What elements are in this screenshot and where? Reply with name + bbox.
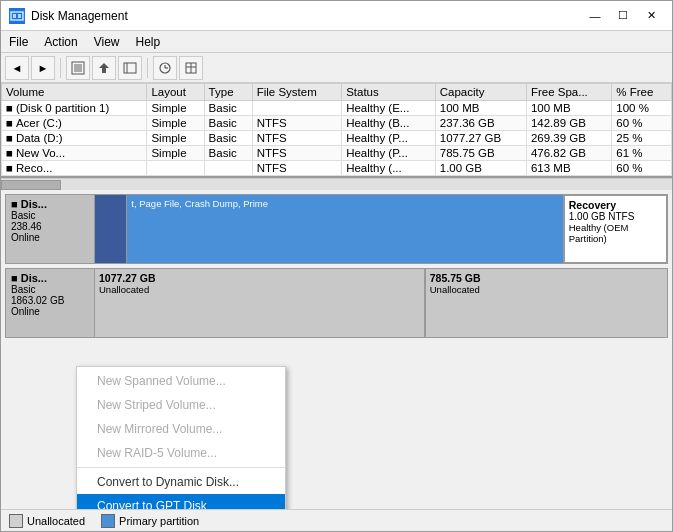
table-cell-1-5: 237.36 GB (435, 116, 526, 131)
svg-rect-2 (18, 14, 21, 18)
partition-0-1[interactable]: t, Page File, Crash Dump, Prime (127, 195, 563, 263)
table-cell-4-7: 60 % (612, 161, 672, 176)
table-cell-0-6: 100 MB (526, 101, 611, 116)
table-cell-1-6: 142.89 GB (526, 116, 611, 131)
partition-0-0[interactable] (95, 195, 127, 263)
disk-table-container: Volume Layout Type File System Status Ca… (1, 83, 672, 178)
legend-unallocated-box (9, 514, 23, 528)
toolbar-btn-1[interactable] (66, 56, 90, 80)
legend-primary-label: Primary partition (119, 515, 199, 527)
status-bar: Unallocated Primary partition (1, 509, 672, 531)
toolbar: ◄ ► (1, 53, 672, 83)
toolbar-btn-4[interactable] (153, 56, 177, 80)
toolbar-btn-3[interactable] (118, 56, 142, 80)
table-cell-2-2: Basic (204, 131, 252, 146)
context-menu: New Spanned Volume... New Striped Volume… (76, 366, 286, 509)
menu-action[interactable]: Action (36, 33, 85, 51)
table-cell-3-0: ■New Vo... (2, 146, 147, 161)
table-cell-4-1 (147, 161, 204, 176)
disk-row-0: ■ Dis... Basic 238.46 Online t, Page Fil… (5, 194, 668, 264)
table-cell-3-1: Simple (147, 146, 204, 161)
col-status: Status (342, 84, 436, 101)
col-percentfree: % Free (612, 84, 672, 101)
table-cell-0-1: Simple (147, 101, 204, 116)
table-cell-3-5: 785.75 GB (435, 146, 526, 161)
menu-bar: File Action View Help (1, 31, 672, 53)
table-cell-0-0: ■(Disk 0 partition 1) (2, 101, 147, 116)
toolbar-btn-5[interactable] (179, 56, 203, 80)
ctx-new-mirrored[interactable]: New Mirrored Volume... (77, 417, 285, 441)
table-cell-0-2: Basic (204, 101, 252, 116)
table-cell-4-6: 613 MB (526, 161, 611, 176)
ctx-new-raid5[interactable]: New RAID-5 Volume... (77, 441, 285, 465)
svg-rect-4 (74, 64, 82, 72)
table-cell-0-7: 100 % (612, 101, 672, 116)
table-cell-4-0: ■Reco... (2, 161, 147, 176)
table-row[interactable]: ■Acer (C:)SimpleBasicNTFSHealthy (B...23… (2, 116, 672, 131)
col-freespace: Free Spa... (526, 84, 611, 101)
table-cell-2-5: 1077.27 GB (435, 131, 526, 146)
col-capacity: Capacity (435, 84, 526, 101)
table-cell-3-2: Basic (204, 146, 252, 161)
table-scrollbar-thumb[interactable] (1, 180, 61, 190)
table-cell-2-7: 25 % (612, 131, 672, 146)
legend-primary: Primary partition (101, 514, 199, 528)
disk-size-1: 1863.02 GB (11, 295, 89, 306)
col-layout: Layout (147, 84, 204, 101)
maximize-button[interactable]: ☐ (610, 6, 636, 26)
minimize-button[interactable]: — (582, 6, 608, 26)
title-bar-left: Disk Management (9, 8, 128, 24)
ctx-new-striped[interactable]: New Striped Volume... (77, 393, 285, 417)
partition-1-1-size: 785.75 GB (430, 272, 663, 284)
partition-1-1[interactable]: 785.75 GB Unallocated (425, 269, 667, 337)
table-cell-4-4: Healthy (... (342, 161, 436, 176)
table-cell-4-5: 1.00 GB (435, 161, 526, 176)
table-cell-3-4: Healthy (P... (342, 146, 436, 161)
window-title: Disk Management (31, 9, 128, 23)
svg-rect-0 (11, 12, 23, 20)
legend-unallocated: Unallocated (9, 514, 85, 528)
table-cell-0-3 (252, 101, 341, 116)
menu-help[interactable]: Help (128, 33, 169, 51)
toolbar-btn-2[interactable] (92, 56, 116, 80)
table-cell-1-7: 60 % (612, 116, 672, 131)
partition-1-0[interactable]: 1077.27 GB Unallocated (95, 269, 425, 337)
close-button[interactable]: ✕ (638, 6, 664, 26)
table-cell-4-3: NTFS (252, 161, 341, 176)
disk-size-0: 238.46 (11, 221, 89, 232)
col-volume: Volume (2, 84, 147, 101)
table-scrollbar[interactable] (1, 178, 672, 190)
partition-0-1-status: t, Page File, Crash Dump, Prime (131, 198, 558, 209)
partition-1-1-status: Unallocated (430, 284, 663, 295)
disk-name-1: ■ Dis... (11, 272, 89, 284)
legend-primary-box (101, 514, 115, 528)
col-type: Type (204, 84, 252, 101)
ctx-convert-dynamic[interactable]: Convert to Dynamic Disk... (77, 470, 285, 494)
disk-name-0: ■ Dis... (11, 198, 89, 210)
menu-file[interactable]: File (1, 33, 36, 51)
table-row[interactable]: ■Data (D:)SimpleBasicNTFSHealthy (P...10… (2, 131, 672, 146)
table-cell-1-2: Basic (204, 116, 252, 131)
menu-view[interactable]: View (86, 33, 128, 51)
ctx-new-spanned[interactable]: New Spanned Volume... (77, 369, 285, 393)
ctx-convert-gpt[interactable]: Convert to GPT Disk (77, 494, 285, 509)
table-cell-2-6: 269.39 GB (526, 131, 611, 146)
partition-0-2[interactable]: Recovery 1.00 GB NTFS Healthy (OEM Parti… (564, 195, 667, 263)
table-cell-2-1: Simple (147, 131, 204, 146)
disk-row-1: ■ Dis... Basic 1863.02 GB Online 1077.27… (5, 268, 668, 338)
table-cell-3-3: NTFS (252, 146, 341, 161)
table-row[interactable]: ■New Vo...SimpleBasicNTFSHealthy (P...78… (2, 146, 672, 161)
table-cell-1-3: NTFS (252, 116, 341, 131)
partition-1-0-status: Unallocated (99, 284, 420, 295)
table-row[interactable]: ■Reco...NTFSHealthy (...1.00 GB613 MB60 … (2, 161, 672, 176)
table-header-row: Volume Layout Type File System Status Ca… (2, 84, 672, 101)
forward-button[interactable]: ► (31, 56, 55, 80)
back-button[interactable]: ◄ (5, 56, 29, 80)
legend-unallocated-label: Unallocated (27, 515, 85, 527)
table-cell-1-1: Simple (147, 116, 204, 131)
svg-rect-5 (124, 63, 136, 73)
table-cell-0-5: 100 MB (435, 101, 526, 116)
table-row[interactable]: ■(Disk 0 partition 1)SimpleBasicHealthy … (2, 101, 672, 116)
disk-partitions-1: 1077.27 GB Unallocated 785.75 GB Unalloc… (95, 268, 668, 338)
table-cell-1-4: Healthy (B... (342, 116, 436, 131)
